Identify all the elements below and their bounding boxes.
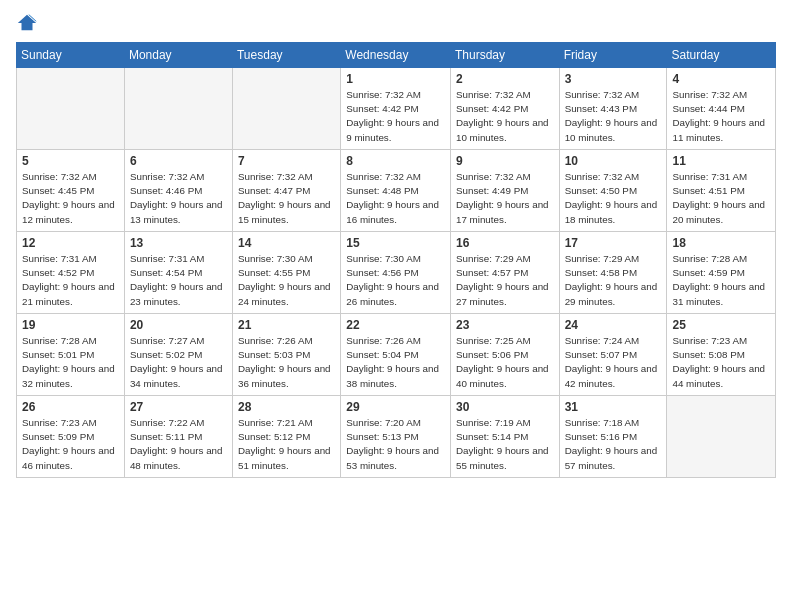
day-header-saturday: Saturday: [667, 43, 776, 68]
day-number: 8: [346, 154, 445, 168]
calendar-cell: 15Sunrise: 7:30 AM Sunset: 4:56 PM Dayli…: [341, 232, 451, 314]
calendar-cell: 10Sunrise: 7:32 AM Sunset: 4:50 PM Dayli…: [559, 150, 667, 232]
day-info: Sunrise: 7:19 AM Sunset: 5:14 PM Dayligh…: [456, 416, 554, 473]
day-info: Sunrise: 7:27 AM Sunset: 5:02 PM Dayligh…: [130, 334, 227, 391]
day-info: Sunrise: 7:32 AM Sunset: 4:49 PM Dayligh…: [456, 170, 554, 227]
day-header-thursday: Thursday: [450, 43, 559, 68]
day-info: Sunrise: 7:32 AM Sunset: 4:42 PM Dayligh…: [456, 88, 554, 145]
day-info: Sunrise: 7:31 AM Sunset: 4:51 PM Dayligh…: [672, 170, 770, 227]
header: [16, 12, 776, 34]
calendar-cell: [17, 68, 125, 150]
day-number: 10: [565, 154, 662, 168]
calendar-cell: [232, 68, 340, 150]
day-info: Sunrise: 7:32 AM Sunset: 4:42 PM Dayligh…: [346, 88, 445, 145]
calendar-cell: 8Sunrise: 7:32 AM Sunset: 4:48 PM Daylig…: [341, 150, 451, 232]
day-info: Sunrise: 7:26 AM Sunset: 5:03 PM Dayligh…: [238, 334, 335, 391]
calendar-cell: 19Sunrise: 7:28 AM Sunset: 5:01 PM Dayli…: [17, 314, 125, 396]
day-header-monday: Monday: [124, 43, 232, 68]
calendar-cell: 7Sunrise: 7:32 AM Sunset: 4:47 PM Daylig…: [232, 150, 340, 232]
calendar-cell: 21Sunrise: 7:26 AM Sunset: 5:03 PM Dayli…: [232, 314, 340, 396]
day-number: 19: [22, 318, 119, 332]
day-info: Sunrise: 7:26 AM Sunset: 5:04 PM Dayligh…: [346, 334, 445, 391]
day-info: Sunrise: 7:23 AM Sunset: 5:08 PM Dayligh…: [672, 334, 770, 391]
calendar-cell: 16Sunrise: 7:29 AM Sunset: 4:57 PM Dayli…: [450, 232, 559, 314]
calendar-cell: 9Sunrise: 7:32 AM Sunset: 4:49 PM Daylig…: [450, 150, 559, 232]
day-number: 5: [22, 154, 119, 168]
day-info: Sunrise: 7:32 AM Sunset: 4:46 PM Dayligh…: [130, 170, 227, 227]
calendar-cell: 6Sunrise: 7:32 AM Sunset: 4:46 PM Daylig…: [124, 150, 232, 232]
calendar-cell: 5Sunrise: 7:32 AM Sunset: 4:45 PM Daylig…: [17, 150, 125, 232]
calendar-cell: 30Sunrise: 7:19 AM Sunset: 5:14 PM Dayli…: [450, 396, 559, 478]
day-number: 29: [346, 400, 445, 414]
day-info: Sunrise: 7:30 AM Sunset: 4:55 PM Dayligh…: [238, 252, 335, 309]
calendar-cell: 3Sunrise: 7:32 AM Sunset: 4:43 PM Daylig…: [559, 68, 667, 150]
day-number: 23: [456, 318, 554, 332]
day-info: Sunrise: 7:32 AM Sunset: 4:47 PM Dayligh…: [238, 170, 335, 227]
calendar-cell: 28Sunrise: 7:21 AM Sunset: 5:12 PM Dayli…: [232, 396, 340, 478]
logo-icon: [16, 12, 38, 34]
day-info: Sunrise: 7:32 AM Sunset: 4:48 PM Dayligh…: [346, 170, 445, 227]
day-number: 26: [22, 400, 119, 414]
day-number: 27: [130, 400, 227, 414]
day-info: Sunrise: 7:29 AM Sunset: 4:57 PM Dayligh…: [456, 252, 554, 309]
calendar-cell: 23Sunrise: 7:25 AM Sunset: 5:06 PM Dayli…: [450, 314, 559, 396]
day-number: 3: [565, 72, 662, 86]
day-info: Sunrise: 7:23 AM Sunset: 5:09 PM Dayligh…: [22, 416, 119, 473]
calendar-cell: 2Sunrise: 7:32 AM Sunset: 4:42 PM Daylig…: [450, 68, 559, 150]
day-number: 9: [456, 154, 554, 168]
svg-marker-0: [18, 15, 36, 31]
day-number: 13: [130, 236, 227, 250]
day-number: 4: [672, 72, 770, 86]
week-row-3: 12Sunrise: 7:31 AM Sunset: 4:52 PM Dayli…: [17, 232, 776, 314]
day-number: 30: [456, 400, 554, 414]
day-info: Sunrise: 7:32 AM Sunset: 4:50 PM Dayligh…: [565, 170, 662, 227]
day-info: Sunrise: 7:18 AM Sunset: 5:16 PM Dayligh…: [565, 416, 662, 473]
day-info: Sunrise: 7:25 AM Sunset: 5:06 PM Dayligh…: [456, 334, 554, 391]
calendar: SundayMondayTuesdayWednesdayThursdayFrid…: [16, 42, 776, 478]
day-info: Sunrise: 7:24 AM Sunset: 5:07 PM Dayligh…: [565, 334, 662, 391]
day-info: Sunrise: 7:29 AM Sunset: 4:58 PM Dayligh…: [565, 252, 662, 309]
day-number: 25: [672, 318, 770, 332]
calendar-cell: 26Sunrise: 7:23 AM Sunset: 5:09 PM Dayli…: [17, 396, 125, 478]
day-info: Sunrise: 7:32 AM Sunset: 4:45 PM Dayligh…: [22, 170, 119, 227]
calendar-cell: 20Sunrise: 7:27 AM Sunset: 5:02 PM Dayli…: [124, 314, 232, 396]
day-info: Sunrise: 7:28 AM Sunset: 4:59 PM Dayligh…: [672, 252, 770, 309]
day-header-tuesday: Tuesday: [232, 43, 340, 68]
day-number: 14: [238, 236, 335, 250]
calendar-cell: 27Sunrise: 7:22 AM Sunset: 5:11 PM Dayli…: [124, 396, 232, 478]
day-number: 12: [22, 236, 119, 250]
day-number: 18: [672, 236, 770, 250]
day-info: Sunrise: 7:31 AM Sunset: 4:54 PM Dayligh…: [130, 252, 227, 309]
day-info: Sunrise: 7:21 AM Sunset: 5:12 PM Dayligh…: [238, 416, 335, 473]
day-number: 17: [565, 236, 662, 250]
page: SundayMondayTuesdayWednesdayThursdayFrid…: [0, 0, 792, 612]
calendar-cell: 31Sunrise: 7:18 AM Sunset: 5:16 PM Dayli…: [559, 396, 667, 478]
week-row-2: 5Sunrise: 7:32 AM Sunset: 4:45 PM Daylig…: [17, 150, 776, 232]
calendar-cell: 25Sunrise: 7:23 AM Sunset: 5:08 PM Dayli…: [667, 314, 776, 396]
week-row-1: 1Sunrise: 7:32 AM Sunset: 4:42 PM Daylig…: [17, 68, 776, 150]
calendar-cell: 12Sunrise: 7:31 AM Sunset: 4:52 PM Dayli…: [17, 232, 125, 314]
logo: [16, 12, 40, 34]
day-info: Sunrise: 7:28 AM Sunset: 5:01 PM Dayligh…: [22, 334, 119, 391]
calendar-cell: 11Sunrise: 7:31 AM Sunset: 4:51 PM Dayli…: [667, 150, 776, 232]
day-number: 31: [565, 400, 662, 414]
calendar-cell: 14Sunrise: 7:30 AM Sunset: 4:55 PM Dayli…: [232, 232, 340, 314]
day-header-friday: Friday: [559, 43, 667, 68]
day-number: 16: [456, 236, 554, 250]
day-info: Sunrise: 7:32 AM Sunset: 4:44 PM Dayligh…: [672, 88, 770, 145]
day-info: Sunrise: 7:32 AM Sunset: 4:43 PM Dayligh…: [565, 88, 662, 145]
day-header-sunday: Sunday: [17, 43, 125, 68]
calendar-cell: 1Sunrise: 7:32 AM Sunset: 4:42 PM Daylig…: [341, 68, 451, 150]
days-header-row: SundayMondayTuesdayWednesdayThursdayFrid…: [17, 43, 776, 68]
day-number: 2: [456, 72, 554, 86]
calendar-cell: 29Sunrise: 7:20 AM Sunset: 5:13 PM Dayli…: [341, 396, 451, 478]
calendar-cell: 24Sunrise: 7:24 AM Sunset: 5:07 PM Dayli…: [559, 314, 667, 396]
calendar-cell: 22Sunrise: 7:26 AM Sunset: 5:04 PM Dayli…: [341, 314, 451, 396]
week-row-5: 26Sunrise: 7:23 AM Sunset: 5:09 PM Dayli…: [17, 396, 776, 478]
day-number: 11: [672, 154, 770, 168]
calendar-cell: 18Sunrise: 7:28 AM Sunset: 4:59 PM Dayli…: [667, 232, 776, 314]
week-row-4: 19Sunrise: 7:28 AM Sunset: 5:01 PM Dayli…: [17, 314, 776, 396]
day-number: 7: [238, 154, 335, 168]
day-number: 22: [346, 318, 445, 332]
day-info: Sunrise: 7:30 AM Sunset: 4:56 PM Dayligh…: [346, 252, 445, 309]
